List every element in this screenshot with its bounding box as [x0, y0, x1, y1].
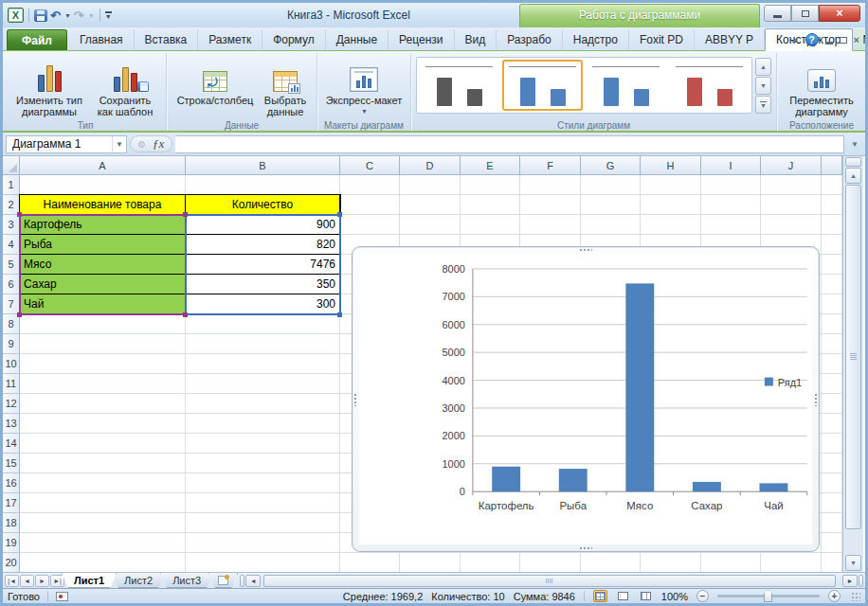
zoom-out-icon[interactable]: −: [696, 590, 709, 602]
tab-рецензи[interactable]: Рецензи: [389, 29, 454, 50]
vertical-scrollbar[interactable]: ▲ ▼: [842, 156, 863, 572]
tab-split-handle[interactable]: [240, 575, 244, 587]
column-header-A[interactable]: A: [20, 156, 186, 175]
row-header-18[interactable]: 18: [3, 513, 20, 533]
macro-record-icon[interactable]: [56, 592, 68, 601]
zoom-slider[interactable]: [717, 595, 820, 597]
horizontal-scroll-track[interactable]: [262, 575, 841, 587]
last-sheet-icon[interactable]: ►|: [50, 575, 64, 587]
view-page-break-icon[interactable]: [639, 590, 653, 602]
row-header-6[interactable]: 6: [3, 275, 20, 294]
vertical-scroll-thumb[interactable]: [845, 185, 861, 529]
row-header-17[interactable]: 17: [3, 493, 20, 513]
tab-file[interactable]: Файл: [7, 29, 67, 50]
vertical-split-box[interactable]: [845, 157, 861, 167]
chart-style-blue[interactable]: [502, 60, 583, 111]
prev-sheet-icon[interactable]: ◄: [20, 575, 34, 587]
row-header-8[interactable]: 8: [3, 314, 20, 334]
tab-надстро[interactable]: Надстро: [563, 29, 629, 50]
cell-B4[interactable]: 820: [186, 235, 340, 255]
range-handle[interactable]: [17, 312, 22, 317]
select-data-button[interactable]: Выбрать данные: [259, 54, 312, 117]
customize-qat-icon[interactable]: ▼: [105, 11, 112, 20]
view-normal-icon[interactable]: [593, 590, 607, 602]
cell-A3[interactable]: Картофель: [20, 215, 186, 235]
tab-главная[interactable]: Главная: [69, 29, 135, 50]
tab-разметк[interactable]: Разметк: [198, 29, 262, 50]
view-page-layout-icon[interactable]: [616, 590, 630, 602]
chart-style-blue-2[interactable]: [586, 60, 666, 111]
row-header-1[interactable]: 1: [3, 175, 20, 195]
range-handle[interactable]: [183, 312, 188, 317]
cell-B2[interactable]: Количество: [186, 195, 340, 215]
chart-style-red[interactable]: [669, 60, 750, 111]
range-handle[interactable]: [337, 312, 342, 317]
tab-формул[interactable]: Формул: [262, 29, 326, 50]
range-handle[interactable]: [337, 212, 342, 217]
column-header-B[interactable]: B: [186, 156, 340, 175]
row-header-13[interactable]: 13: [3, 414, 20, 434]
first-sheet-icon[interactable]: |◄: [5, 575, 19, 587]
row-header-11[interactable]: 11: [3, 374, 20, 394]
range-handle[interactable]: [17, 212, 22, 217]
horizontal-scrollbar[interactable]: ◄ ►: [238, 573, 865, 588]
save-as-template-button[interactable]: Сохранить как шаблон: [89, 54, 161, 117]
column-header-H[interactable]: H: [641, 156, 701, 175]
expand-formula-bar-icon[interactable]: ▼: [847, 135, 862, 153]
excel-app-icon[interactable]: X: [8, 8, 24, 23]
fx-icon[interactable]: ƒx: [153, 136, 164, 152]
column-header-I[interactable]: I: [701, 156, 761, 175]
zoom-level[interactable]: 100%: [661, 591, 688, 602]
chart-handle-left[interactable]: [353, 393, 357, 406]
horizontal-split-box[interactable]: [859, 575, 863, 587]
row-header-19[interactable]: 19: [3, 533, 20, 553]
column-header-J[interactable]: J: [761, 156, 822, 175]
row-header-4[interactable]: 4: [3, 235, 20, 255]
gallery-scroll-down-icon[interactable]: ▼: [755, 77, 771, 95]
sheet-tab-лист3[interactable]: Лист3: [160, 573, 213, 588]
select-all-corner[interactable]: [3, 156, 20, 175]
chart-style-gray[interactable]: [419, 60, 499, 111]
tab-вид[interactable]: Вид: [455, 29, 497, 50]
workbook-close-icon[interactable]: ×: [854, 35, 859, 45]
zoom-slider-thumb[interactable]: [764, 590, 772, 602]
workbook-minimize-icon[interactable]: [825, 42, 833, 45]
scroll-right-icon[interactable]: ►: [842, 575, 858, 587]
tab-abbyy-p[interactable]: ABBYY P: [695, 29, 765, 50]
cell-A5[interactable]: Мясо: [20, 255, 186, 275]
move-chart-button[interactable]: Переместить диаграмму: [782, 54, 861, 117]
column-header-E[interactable]: E: [461, 156, 520, 175]
close-button[interactable]: ×: [819, 5, 860, 22]
gallery-more-icon[interactable]: ▼: [755, 96, 771, 114]
cell-B5[interactable]: 7476: [186, 255, 340, 275]
minimize-button[interactable]: [764, 5, 791, 22]
scroll-left-icon[interactable]: ◄: [245, 575, 261, 587]
tab-вставка[interactable]: Вставка: [135, 29, 199, 50]
cell-B7[interactable]: 300: [186, 294, 340, 314]
row-header-20[interactable]: 20: [3, 553, 20, 572]
next-sheet-icon[interactable]: ►: [35, 575, 49, 587]
row-header-7[interactable]: 7: [3, 294, 20, 314]
workbook-restore-icon[interactable]: [840, 37, 847, 44]
chart-plot[interactable]: 010002000300040005000600070008000Картофе…: [359, 254, 812, 544]
undo-icon[interactable]: ↶: [50, 9, 61, 22]
save-icon[interactable]: [34, 9, 47, 22]
cell-A6[interactable]: Сахар: [20, 275, 186, 294]
cell-A7[interactable]: Чай: [20, 294, 186, 314]
scroll-down-icon[interactable]: ▼: [845, 555, 861, 571]
chart-handle-top[interactable]: [579, 248, 592, 252]
switch-row-column-button[interactable]: ⤾ Строка/столбец: [172, 54, 259, 106]
chart-object[interactable]: 010002000300040005000600070008000Картофе…: [352, 246, 820, 552]
name-box-dropdown-icon[interactable]: ▼: [112, 136, 126, 152]
gallery-scroll-up-icon[interactable]: ▲: [755, 58, 771, 76]
tab-foxit-pd[interactable]: Foxit PD: [629, 29, 695, 50]
sheet-tab-лист1[interactable]: Лист1: [62, 573, 117, 588]
column-header-G[interactable]: G: [581, 156, 641, 175]
row-header-3[interactable]: 3: [3, 215, 20, 235]
cell-A2[interactable]: Наименование товара: [20, 195, 186, 215]
row-header-9[interactable]: 9: [3, 334, 20, 354]
cell-B6[interactable]: 350: [186, 275, 340, 294]
undo-dropdown-icon[interactable]: ▼: [64, 12, 71, 19]
row-header-10[interactable]: 10: [3, 354, 20, 374]
chart-handle-right[interactable]: [814, 393, 818, 406]
